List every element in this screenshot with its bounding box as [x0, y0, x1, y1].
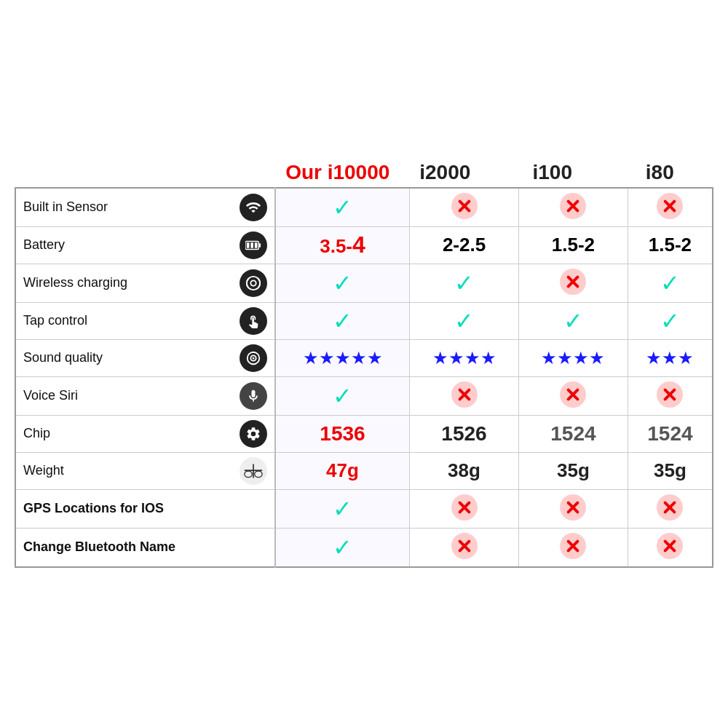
- feature-name-sound: Sound quality: [23, 350, 234, 365]
- svg-rect-1: [258, 243, 261, 248]
- wireless-charging-icon: [240, 269, 267, 297]
- feature-cell-battery: Battery: [16, 227, 274, 264]
- stars-col2: ★★★★: [432, 348, 496, 368]
- weight-val-col2: 38g: [448, 459, 480, 481]
- row-built-in-sensor: Built in Sensor ✓: [15, 188, 713, 227]
- cell-chip-col2: 1526: [410, 415, 519, 452]
- cell-sound-col4: ★★★: [628, 339, 713, 376]
- row-wireless-charging: Wireless charging ✓ ✓: [15, 264, 713, 302]
- feature-name-weight: Weight: [23, 463, 234, 478]
- cell-gps-col2: [410, 489, 519, 528]
- row-battery: Battery 3.5-4: [15, 226, 713, 264]
- cell-bluetooth-col4: [628, 528, 713, 567]
- cell-siri-col3: [518, 376, 628, 415]
- row-tap-control: Tap control ✓ ✓ ✓ ✓: [15, 302, 713, 339]
- check-icon: ✓: [279, 194, 406, 221]
- cross-icon: [657, 533, 683, 559]
- feature-cell-wireless: Wireless charging: [16, 265, 274, 301]
- cross-icon: [560, 494, 586, 521]
- svg-rect-4: [255, 242, 258, 248]
- feature-name-battery: Battery: [23, 237, 234, 253]
- cross-icon: [560, 269, 586, 295]
- check-icon: ✓: [279, 534, 406, 561]
- comparison-table-container: Our i10000 i2000 i100 i80 Built in Senso…: [15, 161, 713, 568]
- battery-val-col3: 1.5-2: [552, 234, 595, 256]
- scale-icon: [240, 457, 267, 485]
- cross-icon: [451, 193, 478, 219]
- stars-col4: ★★★: [646, 348, 694, 368]
- cell-tap-col1: ✓: [275, 302, 410, 339]
- cell-battery-col1: 3.5-4: [275, 226, 410, 264]
- feature-name-sensor: Built in Sensor: [23, 199, 234, 215]
- cell-tap-col4: ✓: [628, 302, 713, 339]
- header-col2: i2000: [392, 161, 499, 184]
- row-bluetooth-name: Change Bluetooth Name ✓: [15, 528, 713, 567]
- cell-weight-col3: 35g: [518, 452, 628, 489]
- check-icon: ✓: [631, 270, 709, 296]
- cell-battery-col3: 1.5-2: [518, 226, 628, 264]
- feature-name-chip: Chip: [23, 426, 234, 441]
- svg-point-12: [255, 471, 262, 478]
- cell-gps-col4: [628, 489, 713, 528]
- gear-icon: [240, 420, 267, 448]
- cross-icon: [657, 193, 683, 219]
- battery-val-col2: 2-2.5: [443, 234, 486, 256]
- cross-icon: [560, 193, 586, 219]
- cell-wireless-col4: ✓: [628, 264, 713, 302]
- header-col3: i100: [499, 161, 606, 184]
- cell-sound-col2: ★★★★: [410, 339, 519, 376]
- check-icon: ✓: [413, 308, 515, 334]
- header-label-col: [15, 161, 284, 184]
- cell-siri-col2: [410, 376, 519, 415]
- cell-sensor-col1: ✓: [275, 188, 410, 227]
- feature-cell-bluetooth: Change Bluetooth Name: [16, 535, 274, 559]
- cell-chip-col4: 1524: [628, 415, 713, 452]
- feature-cell-sensor: Built in Sensor: [16, 189, 274, 226]
- check-icon: ✓: [279, 496, 406, 522]
- check-icon: ✓: [413, 270, 515, 296]
- cell-battery-col2: 2-2.5: [410, 226, 519, 264]
- cross-icon: [451, 494, 478, 521]
- sound-icon: [240, 344, 267, 372]
- check-icon: ✓: [522, 308, 625, 334]
- feature-cell-sound: Sound quality: [16, 340, 274, 376]
- chip-val-col1: 1536: [320, 422, 365, 445]
- chip-val-col4: 1524: [647, 422, 692, 445]
- row-gps: GPS Locations for IOS ✓: [15, 489, 713, 528]
- battery-val-col1: 3.5-4: [320, 235, 365, 257]
- cell-weight-col1: 47g: [275, 452, 410, 489]
- cell-weight-col2: 38g: [410, 452, 519, 489]
- cell-wireless-col1: ✓: [275, 264, 410, 302]
- stars-col3: ★★★★: [541, 348, 605, 368]
- cell-wireless-col3: [518, 264, 628, 302]
- check-icon: ✓: [279, 270, 406, 296]
- cell-wireless-col2: ✓: [410, 264, 519, 302]
- svg-point-11: [245, 471, 252, 478]
- cell-chip-col3: 1524: [518, 415, 628, 452]
- cross-icon: [657, 381, 683, 408]
- check-icon: ✓: [631, 308, 709, 334]
- row-weight: Weight 47g: [15, 452, 713, 489]
- feature-cell-siri: Voice Siri: [16, 378, 274, 414]
- cell-sound-col1: ★★★★★: [275, 339, 410, 376]
- cell-bluetooth-col1: ✓: [275, 528, 410, 567]
- header-col4: i80: [606, 161, 714, 184]
- mic-icon: [240, 382, 267, 410]
- cell-sound-col3: ★★★★: [518, 339, 628, 376]
- feature-cell-chip: Chip: [16, 416, 274, 452]
- chip-val-col3: 1524: [550, 422, 596, 445]
- battery-val-col4: 1.5-2: [649, 234, 692, 256]
- svg-rect-2: [247, 242, 250, 248]
- row-voice-siri: Voice Siri ✓: [15, 376, 713, 415]
- cross-icon: [560, 381, 586, 408]
- cross-icon: [657, 494, 683, 521]
- cell-siri-col4: [628, 376, 713, 415]
- cell-tap-col2: ✓: [410, 302, 519, 339]
- cell-bluetooth-col2: [410, 528, 519, 567]
- cell-siri-col1: ✓: [275, 376, 410, 415]
- cell-sensor-col2: [410, 188, 519, 227]
- cell-chip-col1: 1536: [275, 415, 410, 452]
- feature-name-wireless: Wireless charging: [23, 275, 234, 290]
- svg-point-5: [250, 280, 256, 285]
- feature-name-bluetooth: Change Bluetooth Name: [23, 539, 267, 555]
